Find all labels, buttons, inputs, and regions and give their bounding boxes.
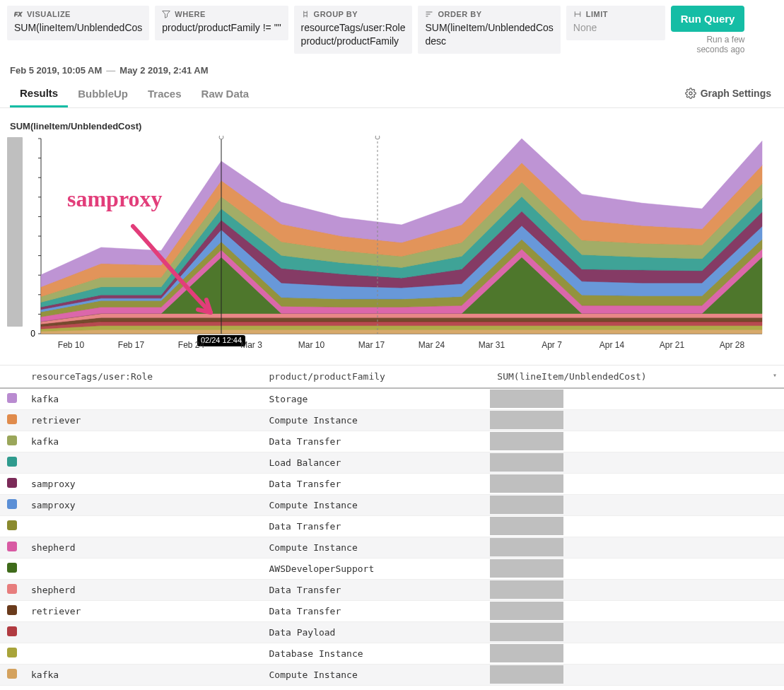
table-row[interactable]: samproxyData Transfer [0, 473, 784, 494]
row-swatch [0, 452, 24, 473]
table-row[interactable]: Database Instance [0, 643, 784, 664]
time-sep: — [102, 65, 119, 76]
cell-family: Storage [262, 388, 491, 410]
table-row[interactable]: kafkaStorage [0, 388, 784, 410]
clause-label: ORDER BY [438, 10, 481, 18]
clause-orderby[interactable]: ORDER BY SUM(lineItem/UnblendedCos desc [418, 6, 560, 54]
cell-value-redacted [490, 643, 784, 664]
clause-value: SUM(lineItem/UnblendedCos desc [425, 21, 553, 48]
cell-family: Data Transfer [262, 473, 491, 494]
row-swatch [0, 621, 24, 643]
row-swatch [0, 643, 24, 664]
row-swatch [0, 473, 24, 494]
row-swatch [0, 537, 24, 558]
time-range[interactable]: Feb 5 2019, 10:05 AM—May 2 2019, 2:41 AM [0, 58, 784, 76]
table-row[interactable]: Load Balancer [0, 452, 784, 473]
cell-value-redacted [490, 664, 784, 685]
cell-family: Data Transfer [262, 600, 491, 621]
cell-value-redacted [490, 409, 784, 431]
clause-limit[interactable]: LIMIT None [566, 6, 665, 40]
cell-role: shepherd [24, 537, 262, 558]
table-row[interactable]: AWSDeveloperSupport [0, 558, 784, 579]
table-row[interactable]: retrieverCompute Instance [0, 409, 784, 431]
svg-text:Mar 3: Mar 3 [240, 340, 262, 350]
cell-value-redacted [490, 600, 784, 621]
limit-icon [573, 10, 582, 18]
table-row[interactable]: Data Transfer [0, 515, 784, 537]
svg-text:Mar 10: Mar 10 [298, 340, 325, 350]
col-value-label: SUM(lineItem/UnblendedCost) [497, 371, 646, 382]
row-swatch [0, 600, 24, 621]
function-icon: fx [14, 10, 23, 18]
query-builder: fxVISUALIZE SUM(lineItem/UnblendedCos WH… [0, 0, 784, 58]
clause-label: GROUP BY [314, 10, 358, 18]
gear-icon [685, 88, 696, 99]
table-row[interactable]: shepherdData Transfer [0, 579, 784, 600]
chart-area: SUM(lineItem/UnblendedCost) 002/24 12:44… [0, 108, 784, 355]
cell-role [24, 643, 262, 664]
run-query-button[interactable]: Run Query [671, 6, 745, 32]
table-row[interactable]: samproxyCompute Instance [0, 494, 784, 515]
row-swatch [0, 494, 24, 515]
col-family[interactable]: product/productFamily [262, 365, 491, 388]
cell-family: AWSDeveloperSupport [262, 558, 491, 579]
svg-text:fx: fx [14, 11, 22, 18]
cell-role: shepherd [24, 579, 262, 600]
clause-value: SUM(lineItem/UnblendedCos [14, 21, 142, 35]
cell-family: Data Transfer [262, 579, 491, 600]
row-swatch [0, 579, 24, 600]
cell-role: retriever [24, 600, 262, 621]
cell-family: Compute Instance [262, 664, 491, 685]
sort-desc-icon: ▾ [773, 371, 777, 379]
cell-value-redacted [490, 473, 784, 494]
tab-results[interactable]: Results [10, 80, 68, 107]
tab-traces[interactable]: Traces [138, 81, 192, 106]
cell-value-redacted [490, 579, 784, 600]
row-swatch [0, 515, 24, 537]
cell-role [24, 558, 262, 579]
run-meta: Run a few seconds ago [681, 35, 744, 55]
clause-value: resourceTags/user:Role product/productFa… [301, 21, 406, 48]
svg-point-19 [375, 136, 380, 139]
graph-settings-button[interactable]: Graph Settings [685, 88, 774, 99]
col-value[interactable]: SUM(lineItem/UnblendedCost)▾ [490, 365, 784, 388]
clause-label: LIMIT [586, 10, 608, 18]
clause-label: VISUALIZE [27, 10, 71, 18]
clause-label: WHERE [175, 10, 205, 18]
stacked-area-chart[interactable]: 002/24 12:44Feb 10Feb 17Feb 24Mar 3Mar 1… [27, 136, 769, 355]
svg-text:Apr 7: Apr 7 [542, 340, 562, 350]
cell-value-redacted [490, 494, 784, 515]
cell-value-redacted [490, 515, 784, 537]
table-row[interactable]: kafkaData Transfer [0, 431, 784, 452]
tab-bubbleup[interactable]: BubbleUp [68, 81, 138, 106]
results-table: resourceTags/user:Role product/productFa… [0, 365, 784, 686]
clause-where[interactable]: WHERE product/productFamily != "" [155, 6, 288, 40]
col-role[interactable]: resourceTags/user:Role [24, 365, 262, 388]
table-row[interactable]: shepherdCompute Instance [0, 537, 784, 558]
table-row[interactable]: Data Payload [0, 621, 784, 643]
cell-value-redacted [490, 431, 784, 452]
svg-text:Mar 31: Mar 31 [479, 340, 505, 350]
cell-family: Load Balancer [262, 452, 491, 473]
cell-value-redacted [490, 537, 784, 558]
svg-text:Mar 24: Mar 24 [419, 340, 445, 350]
row-swatch [0, 409, 24, 431]
cell-family: Database Instance [262, 643, 491, 664]
cell-value-redacted [490, 621, 784, 643]
annotation-samproxy: samproxy [67, 186, 163, 212]
clause-groupby[interactable]: GROUP BY resourceTags/user:Role product/… [294, 6, 413, 54]
table-row[interactable]: kafkaCompute Instance [0, 664, 784, 685]
cell-value-redacted [490, 558, 784, 579]
table-row[interactable]: retrieverData Transfer [0, 600, 784, 621]
cell-role: retriever [24, 409, 262, 431]
clause-value: product/productFamily != "" [162, 21, 281, 35]
cell-value-redacted [490, 388, 784, 410]
cell-role [24, 452, 262, 473]
tab-rawdata[interactable]: Raw Data [192, 81, 259, 106]
cell-role: kafka [24, 388, 262, 410]
row-swatch [0, 558, 24, 579]
cell-family: Compute Instance [262, 494, 491, 515]
row-swatch [0, 431, 24, 452]
clause-visualize[interactable]: fxVISUALIZE SUM(lineItem/UnblendedCos [7, 6, 149, 40]
filter-icon [162, 10, 170, 18]
